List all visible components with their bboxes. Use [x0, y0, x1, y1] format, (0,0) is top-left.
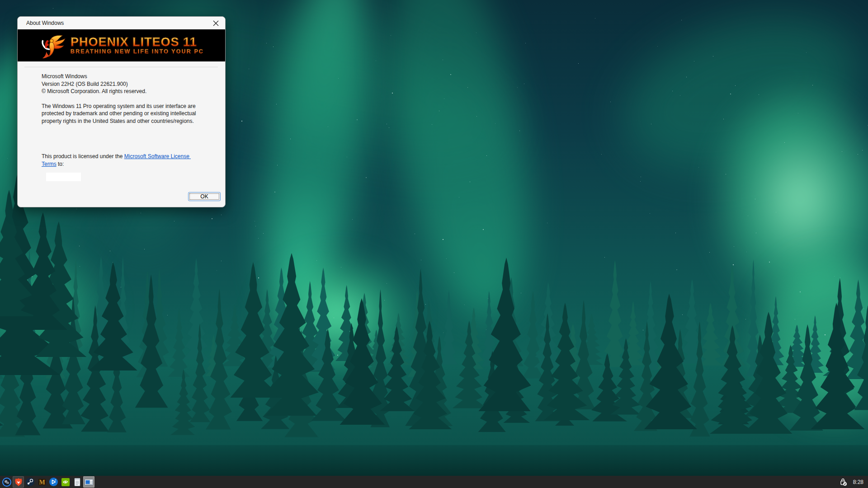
about-windows-dialog: About Windows	[17, 16, 226, 207]
app-orb-icon	[2, 477, 12, 487]
taskbar-blue-play-app[interactable]	[48, 476, 59, 488]
notepad-icon	[73, 478, 81, 487]
blue-play-app-icon	[49, 477, 58, 487]
banner-title: PHOENIX LITEOS 11	[71, 36, 197, 48]
banner-subtitle: BREATHING NEW LIFE INTO YOUR PC	[71, 48, 204, 55]
copyright-line: © Microsoft Corporation. All rights rese…	[42, 88, 213, 95]
dialog-title: About Windows	[26, 20, 64, 26]
phoenix-banner: PHOENIX LITEOS 11 BREATHING NEW LIFE INT…	[18, 29, 225, 61]
taskbar-notepad[interactable]	[71, 476, 83, 488]
about-windows-window-icon	[84, 478, 94, 486]
steam-icon	[25, 477, 35, 487]
taskbar-app-orb[interactable]	[1, 476, 12, 488]
lock-check-icon[interactable]	[840, 478, 847, 486]
dialog-titlebar: About Windows	[18, 17, 225, 29]
svg-text:M: M	[39, 479, 45, 486]
trademark-paragraph: The Windows 11 Pro operating system and …	[42, 103, 210, 125]
system-tray: 8:28	[840, 476, 863, 488]
taskbar-brave-browser[interactable]	[13, 476, 24, 488]
close-icon	[213, 20, 219, 26]
brave-browser-icon	[14, 478, 23, 487]
licensed-to-field	[46, 173, 81, 181]
license-paragraph: This product is licensed under the Micro…	[42, 153, 199, 168]
ok-button[interactable]: OK	[188, 192, 221, 201]
separator	[24, 67, 218, 68]
gold-m-game-icon: M	[38, 478, 47, 487]
phoenix-logo-icon	[39, 32, 67, 60]
nvidia-geforce-icon	[61, 478, 70, 487]
taskbar-about-windows-window[interactable]	[83, 476, 94, 488]
version-line: Version 22H2 (OS Build 22621.900)	[42, 80, 213, 88]
taskbar-nvidia-geforce[interactable]	[60, 476, 71, 488]
desktop: About Windows	[0, 0, 868, 488]
taskbar-steam[interactable]	[24, 476, 36, 488]
taskbar: M	[0, 476, 868, 488]
taskbar-clock[interactable]: 8:28	[853, 479, 863, 485]
product-name: Microsoft Windows	[42, 73, 213, 80]
taskbar-gold-m-game[interactable]: M	[36, 476, 47, 488]
close-button[interactable]	[208, 18, 223, 28]
